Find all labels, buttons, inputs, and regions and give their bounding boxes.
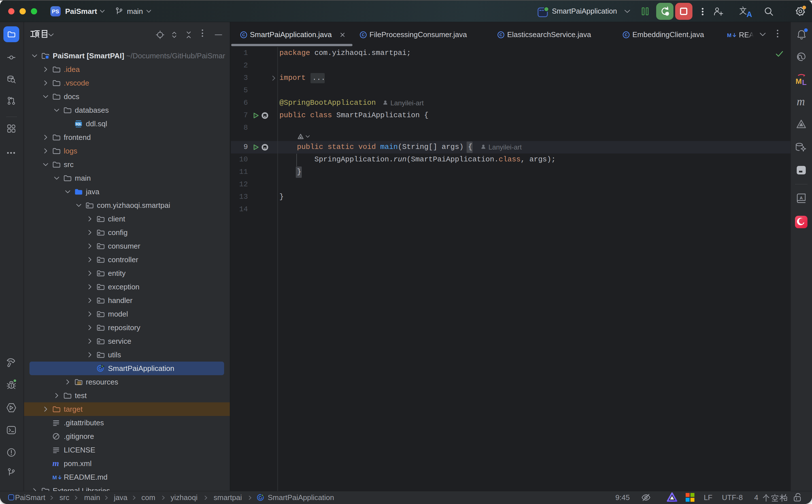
svg-text:m: m (52, 459, 59, 468)
svg-text:M: M (727, 32, 732, 38)
svg-text:C: C (625, 33, 628, 37)
svg-text:C: C (242, 33, 245, 37)
svg-text:A: A (747, 10, 752, 18)
svg-text:SQL: SQL (76, 123, 82, 126)
svg-text:A: A (800, 195, 803, 200)
svg-text:M: M (52, 475, 57, 480)
svg-text:PS: PS (52, 8, 59, 14)
svg-text:M: M (796, 77, 802, 86)
svg-text:C: C (500, 33, 502, 37)
svg-text:C: C (362, 33, 364, 37)
svg-text:m: m (797, 96, 805, 108)
svg-text:L: L (802, 78, 807, 86)
